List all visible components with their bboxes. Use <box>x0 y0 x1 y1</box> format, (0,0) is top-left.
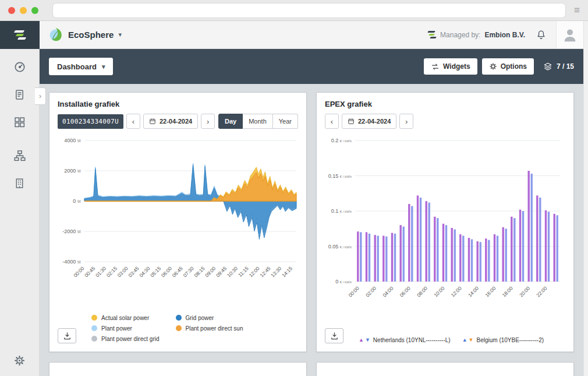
chevron-right-icon: › <box>207 117 209 126</box>
date-picker-button[interactable]: 22-04-2024 <box>143 114 198 129</box>
sidebar-item-dashboard[interactable] <box>13 61 26 73</box>
date-value: 22-04-2024 <box>160 118 192 125</box>
svg-text:10:00: 10:00 <box>433 285 445 298</box>
svg-text:06:00: 06:00 <box>399 285 412 298</box>
layers-icon <box>543 62 552 71</box>
gear-icon <box>489 62 497 71</box>
legend-item: ▲▼Netherlands (10YNL----------L) <box>359 337 451 343</box>
svg-text:0.2 € / kWh: 0.2 € / kWh <box>331 138 352 143</box>
embion-mini-logo-icon <box>428 31 436 38</box>
download-button[interactable] <box>325 328 343 343</box>
page-scrollbar[interactable] <box>583 21 588 376</box>
svg-text:0.15 € / kWh: 0.15 € / kWh <box>328 173 352 179</box>
chevron-left-icon: ‹ <box>132 117 134 126</box>
svg-text:0 W: 0 W <box>73 198 82 204</box>
triangle-up-icon: ▲ <box>359 338 364 343</box>
legend-label: Grid power <box>186 315 214 321</box>
triangle-down-icon: ▼ <box>469 338 474 343</box>
legend-label: Plant power direct grid <box>101 336 160 342</box>
svg-text:00:00: 00:00 <box>348 285 360 298</box>
svg-text:22:00: 22:00 <box>535 285 548 298</box>
legend-dot-icon <box>91 325 97 331</box>
epex-widget: EPEX grafiek ‹ 22-04-2024 › <box>316 92 574 352</box>
dashboard-selector[interactable]: Dashboard ▾ <box>49 58 113 75</box>
svg-text:01:30: 01:30 <box>94 265 107 278</box>
installation-serial-badge[interactable]: 0100234334007U <box>58 114 123 129</box>
legend-item: Plant power direct grid <box>91 334 160 343</box>
svg-text:12:00: 12:00 <box>450 285 463 298</box>
svg-text:11:15: 11:15 <box>237 265 250 278</box>
svg-text:02:15: 02:15 <box>105 265 118 278</box>
swap-arrows-icon <box>431 62 440 71</box>
installatie-widget: Installatie grafiek 0100234334007U ‹ 22-… <box>49 92 307 352</box>
legend-dot-icon <box>91 315 97 321</box>
legend-dot-icon <box>176 325 182 331</box>
legend-dot-icon <box>176 315 182 321</box>
legend-item: Plant power <box>91 324 160 333</box>
svg-text:06:45: 06:45 <box>171 265 184 278</box>
partial-widget <box>49 362 307 376</box>
epex-chart: 0.2 € / kWh0.15 € / kWh0.1 € / kWh0.05 €… <box>325 132 566 312</box>
sidebar-item-network[interactable] <box>13 149 26 162</box>
tab-month[interactable]: Month <box>243 114 273 129</box>
svg-text:04:30: 04:30 <box>138 265 151 278</box>
download-button[interactable] <box>58 328 76 343</box>
svg-text:2000 W: 2000 W <box>64 168 82 174</box>
window-minimize-button[interactable] <box>20 7 27 14</box>
svg-text:08:15: 08:15 <box>193 265 206 278</box>
widgets-button[interactable]: Widgets <box>424 58 477 75</box>
sidebar-item-buildings[interactable] <box>13 177 26 189</box>
svg-text:16:00: 16:00 <box>484 285 497 298</box>
prev-day-button[interactable]: ‹ <box>325 114 339 129</box>
svg-text:14:15: 14:15 <box>281 265 293 278</box>
window-close-button[interactable] <box>8 7 15 14</box>
widgets-area: Installatie grafiek 0100234334007U ‹ 22-… <box>40 84 583 376</box>
svg-text:07:30: 07:30 <box>182 265 195 278</box>
sidebar-expand-handle[interactable]: › <box>35 87 46 105</box>
dashboard-selector-label: Dashboard <box>57 62 97 71</box>
prev-day-button[interactable]: ‹ <box>126 114 140 129</box>
person-icon <box>561 26 579 44</box>
date-picker-button[interactable]: 22-04-2024 <box>342 114 396 129</box>
window-zoom-button[interactable] <box>31 7 38 14</box>
next-day-button[interactable]: › <box>399 114 413 129</box>
next-day-button[interactable]: › <box>201 114 215 129</box>
sidebar-item-settings[interactable] <box>13 354 26 367</box>
app-switcher[interactable]: EcoSphere ▾ <box>48 27 122 43</box>
svg-text:0.1 € / kWh: 0.1 € / kWh <box>331 208 352 214</box>
svg-text:03:00: 03:00 <box>116 265 129 278</box>
svg-text:-4000 W: -4000 W <box>62 259 82 265</box>
period-segmented-control: Day Month Year <box>218 114 298 129</box>
browser-menu-icon[interactable]: ≡ <box>574 5 580 15</box>
installatie-chart: 4000 W2000 W0 W-2000 W-4000 W00:0000:450… <box>58 132 299 300</box>
svg-text:00:00: 00:00 <box>72 265 85 278</box>
legend-item: Actual solar power <box>91 313 160 322</box>
svg-text:10:30: 10:30 <box>226 265 239 278</box>
embion-logo[interactable] <box>0 21 40 49</box>
ecosphere-logo-icon <box>48 27 63 43</box>
widgets-button-label: Widgets <box>443 62 470 71</box>
svg-text:-2000 W: -2000 W <box>62 229 82 234</box>
sidebar-item-widgets[interactable] <box>13 116 26 128</box>
svg-text:0 € / kWh: 0 € / kWh <box>335 279 352 284</box>
widget-title: EPEX grafiek <box>325 100 565 108</box>
legend-label: Belgium (10YBE----------2) <box>477 337 544 343</box>
sidebar-item-reports[interactable] <box>13 89 26 101</box>
app-header: EcoSphere ▾ Managed by: Embion B.V. <box>0 21 583 49</box>
triangle-down-icon: ▼ <box>365 338 370 343</box>
url-bar[interactable] <box>52 3 566 18</box>
svg-text:12:45: 12:45 <box>258 265 271 278</box>
legend-dot-icon <box>91 336 97 342</box>
window-controls <box>8 7 38 14</box>
notifications-bell-icon[interactable] <box>536 29 547 40</box>
dashboard-toolbar: Dashboard ▾ Widgets <box>40 49 583 84</box>
legend-item: Plant power direct sun <box>176 324 243 333</box>
options-button[interactable]: Options <box>482 58 534 75</box>
user-avatar[interactable] <box>556 21 583 48</box>
svg-text:00:45: 00:45 <box>83 265 96 278</box>
svg-text:08:00: 08:00 <box>416 285 428 298</box>
svg-text:02:00: 02:00 <box>364 285 377 298</box>
tab-year[interactable]: Year <box>273 114 298 129</box>
tab-day[interactable]: Day <box>218 114 243 129</box>
embion-logo-icon <box>15 30 26 40</box>
